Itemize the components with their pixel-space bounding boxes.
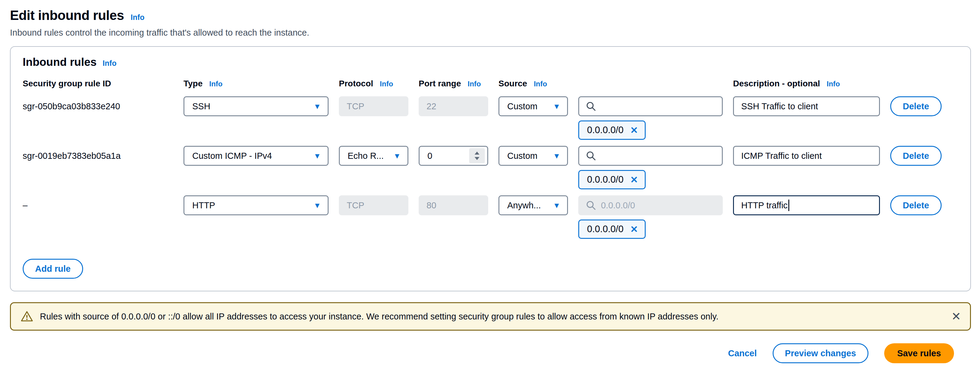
cancel-button[interactable]: Cancel (728, 343, 757, 363)
column-header-id: Security group rule ID (23, 79, 173, 89)
source-search-input-disabled: 0.0.0.0/0 (578, 195, 723, 215)
remove-tag-icon[interactable]: ✕ (630, 125, 638, 136)
remove-tag-icon[interactable]: ✕ (630, 224, 638, 235)
search-placeholder: 0.0.0.0/0 (601, 201, 635, 210)
delete-rule-button[interactable]: Delete (890, 97, 942, 116)
source-search-input[interactable] (578, 146, 723, 166)
rule-id: sgr-050b9ca03b833e240 (23, 101, 173, 111)
search-icon (586, 101, 596, 111)
chevron-down-icon: ▼ (553, 102, 560, 111)
rule-row-http: – HTTP ▼ TCP 80 Anywh... ▼ 0.0.0.0/0 HTT… (23, 195, 958, 239)
page-header: Edit inbound rules Info Inbound rules co… (10, 8, 971, 38)
column-header-protocol: Protocol Info (339, 79, 408, 89)
chevron-down-icon: ▼ (553, 152, 560, 160)
chevron-down-icon: ▼ (313, 152, 321, 160)
stepper-up-icon[interactable] (474, 152, 479, 155)
panel-heading-info-link[interactable]: Info (103, 59, 117, 68)
type-select[interactable]: Custom ICMP - IPv4 ▼ (183, 146, 329, 166)
footer-actions: Cancel Preview changes Save rules (10, 343, 971, 363)
chevron-down-icon: ▼ (313, 102, 321, 111)
page-subtitle: Inbound rules control the incoming traff… (10, 28, 971, 38)
description-input[interactable]: ICMP Traffic to client (733, 146, 880, 166)
protocol-info-link[interactable]: Info (380, 80, 393, 88)
source-mode-select[interactable]: Custom ▼ (498, 97, 568, 116)
description-input[interactable]: SSH Traffic to client (733, 97, 880, 116)
chevron-down-icon: ▼ (393, 152, 401, 160)
column-header-port-range: Port range Info (418, 79, 488, 89)
port-range-stepper[interactable]: 0 (418, 146, 488, 166)
panel-heading: Inbound rules (23, 56, 97, 68)
type-select[interactable]: SSH ▼ (183, 97, 329, 116)
remove-tag-icon[interactable]: ✕ (630, 174, 638, 185)
warning-icon (21, 310, 33, 323)
source-search-input[interactable] (578, 97, 723, 116)
description-info-link[interactable]: Info (827, 80, 840, 88)
inbound-rules-panel: Inbound rules Info Security group rule I… (10, 46, 971, 291)
port-range-field-disabled: 80 (418, 195, 488, 215)
chevron-down-icon: ▼ (553, 201, 560, 210)
type-select[interactable]: HTTP ▼ (183, 195, 329, 215)
rule-row-icmp: sgr-0019eb7383eb05a1a Custom ICMP - IPv4… (23, 146, 958, 189)
close-icon[interactable]: ✕ (951, 311, 961, 322)
rule-id: – (23, 201, 173, 210)
add-rule-button[interactable]: Add rule (23, 259, 83, 278)
source-cidr-tag: 0.0.0.0/0 ✕ (578, 170, 646, 189)
chevron-down-icon: ▼ (313, 201, 321, 210)
edit-inbound-rules-page: Edit inbound rules Info Inbound rules co… (0, 0, 980, 363)
type-info-link[interactable]: Info (209, 80, 223, 88)
column-header-type: Type Info (183, 79, 329, 89)
delete-rule-button[interactable]: Delete (890, 195, 942, 215)
delete-rule-button[interactable]: Delete (890, 146, 942, 166)
description-input-focused[interactable]: HTTP traffic (733, 195, 880, 215)
protocol-field-disabled: TCP (339, 97, 408, 116)
search-icon (586, 151, 596, 161)
page-title: Edit inbound rules (10, 8, 124, 23)
port-range-field-disabled: 22 (418, 97, 488, 116)
source-cidr-tag: 0.0.0.0/0 ✕ (578, 120, 646, 140)
protocol-select[interactable]: Echo R... ▼ (339, 146, 408, 166)
column-header-row: Security group rule ID Type Info Protoco… (23, 79, 958, 89)
source-info-link[interactable]: Info (534, 80, 547, 88)
rule-id: sgr-0019eb7383eb05a1a (23, 151, 173, 161)
page-title-info-link[interactable]: Info (130, 13, 145, 22)
text-cursor (788, 199, 789, 211)
column-header-description: Description - optional Info (733, 79, 880, 89)
source-cidr-tag: 0.0.0.0/0 ✕ (578, 220, 646, 239)
source-mode-select[interactable]: Custom ▼ (498, 146, 568, 166)
column-header-source: Source Info (498, 79, 568, 89)
rule-row-ssh: sgr-050b9ca03b833e240 SSH ▼ TCP 22 Custo… (23, 97, 958, 140)
port-range-info-link[interactable]: Info (468, 80, 481, 88)
search-icon (586, 200, 596, 210)
stepper-arrows[interactable] (469, 148, 485, 163)
warning-banner: Rules with source of 0.0.0.0/0 or ::/0 a… (10, 302, 971, 331)
source-mode-select[interactable]: Anywh... ▼ (498, 195, 568, 215)
preview-changes-button[interactable]: Preview changes (773, 343, 869, 363)
protocol-field-disabled: TCP (339, 195, 408, 215)
warning-text: Rules with source of 0.0.0.0/0 or ::/0 a… (40, 312, 945, 321)
stepper-down-icon[interactable] (474, 157, 479, 160)
save-rules-button[interactable]: Save rules (884, 343, 954, 363)
